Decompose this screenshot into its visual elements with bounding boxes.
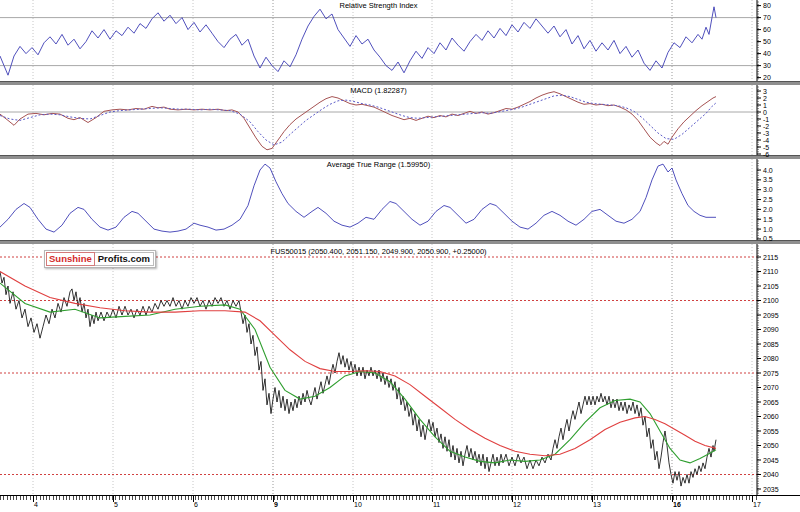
y-axis-label: 80 [763,2,771,9]
y-axis-label: 1 [763,102,767,109]
y-axis-label: 30 [763,62,771,69]
y-axis-label: 2075 [763,370,779,377]
price-line [0,272,716,487]
y-axis-label: 2090 [763,326,779,333]
y-axis-label: -3 [763,130,769,137]
x-axis: 4569101112131617 [0,495,800,512]
rsi-line [0,7,716,75]
y-axis-label: 2115 [763,254,778,261]
y-axis-label: 2050 [763,442,779,449]
macd-line [0,92,716,150]
x-axis-label: 6 [194,501,198,508]
y-axis-label: -6 [763,151,769,158]
sunshineprofits-logo: SunshineProfits.com [44,250,156,268]
y-axis-label: 2 [763,95,767,102]
y-axis-label: -4 [763,137,769,144]
y-axis-label: 1.5 [763,216,773,223]
y-axis-label: 2055 [763,428,779,435]
y-axis-label: 2110 [763,268,778,275]
atr-plot: 4.03.53.02.52.01.51.00.5 [0,159,800,240]
y-axis-label: 3 [763,88,767,95]
atr-line [0,164,716,232]
y-axis-label: 70 [763,14,771,21]
ma-slow-line [0,272,716,456]
y-axis-label: -2 [763,123,769,130]
y-axis-label: 2040 [763,471,779,478]
y-axis-label: 3.0 [763,186,773,193]
y-axis-label: 2.5 [763,196,773,203]
y-axis-label: 40 [763,50,771,57]
rsi-panel: Relative Strength Index 80706050403020 [0,0,800,81]
y-axis-label: 3.5 [763,176,773,183]
macd-panel: MACD (1.82287) 3210-1-2-3-4-5-6 [0,85,800,155]
x-axis-label: 10 [354,501,362,508]
y-axis-label: 2.0 [763,206,773,213]
y-axis-label: 2045 [763,457,779,464]
x-axis-label: 11 [433,501,440,508]
y-axis-label: 2060 [763,413,779,420]
logo-text-profits: Profits.com [95,252,154,266]
stock-chart: Relative Strength Index 80706050403020 M… [0,0,800,512]
price-plot: 2115211021052100209520902085208020752070… [0,244,800,495]
signal-line [0,95,716,145]
y-axis-label: 2095 [763,312,779,319]
logo-text-sunshine: Sunshine [46,252,95,266]
y-axis-label: 2035 [763,486,779,493]
y-axis-label: -1 [763,116,769,123]
x-axis-label: 9 [274,501,278,508]
y-axis-label: 4.0 [763,167,773,174]
x-axis-label: 5 [114,501,118,508]
atr-panel: Average True Range (1.59950) 4.03.53.02.… [0,159,800,240]
rsi-plot: 80706050403020 [0,0,800,81]
y-axis-label: -5 [763,144,769,151]
macd-plot: 3210-1-2-3-4-5-6 [0,85,800,155]
y-axis-label: 0.5 [763,235,773,242]
y-axis-label: 2100 [763,297,779,304]
y-axis-label: 2105 [763,283,779,290]
price-panel: FUS50015 (2050.400, 2051.150, 2049.900, … [0,244,800,495]
x-axis-label: 12 [513,501,521,508]
y-axis-label: 50 [763,38,771,45]
x-axis-label: 17 [753,501,761,508]
y-axis-label: 0 [763,109,767,116]
y-axis-label: 2080 [763,355,779,362]
y-axis-label: 1.0 [763,226,773,233]
y-axis-label: 2085 [763,341,779,348]
x-axis-label: 16 [673,501,681,508]
x-axis-label: 13 [593,501,601,508]
y-axis-label: 2070 [763,384,779,391]
y-axis-label: 60 [763,26,771,33]
y-axis-label: 2065 [763,399,779,406]
y-axis-label: 20 [763,74,771,81]
x-axis-label: 4 [34,501,38,508]
